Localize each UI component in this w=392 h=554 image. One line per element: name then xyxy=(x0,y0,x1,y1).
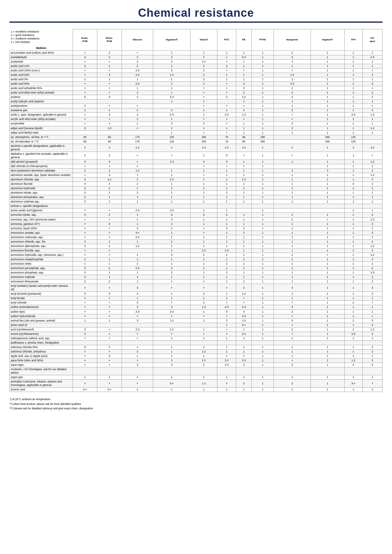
value-cell: × xyxy=(73,349,97,354)
value-cell: 3 xyxy=(217,310,236,314)
value-cell: 1 xyxy=(344,305,362,310)
value-cell: 2 xyxy=(190,77,217,82)
value-cell: × xyxy=(97,68,122,73)
value-cell: 1 xyxy=(311,222,344,226)
value-cell: 1 xyxy=(153,51,190,55)
medium-cell: antifreeeze s. precise chem. Designation xyxy=(10,340,73,345)
value-cell: 1 xyxy=(311,327,344,332)
value-cell: 1 xyxy=(251,64,274,68)
value-cell: 1 xyxy=(251,327,274,332)
value-cell: 1 xyxy=(362,195,382,200)
value-cell: 2 xyxy=(122,108,153,113)
value-cell: 3 xyxy=(97,113,122,117)
value-cell: × xyxy=(236,164,251,168)
value-cell xyxy=(97,99,122,104)
value-cell: 1 xyxy=(153,235,190,239)
value-cell: 1 xyxy=(251,117,274,122)
value-cell: 1 xyxy=(344,51,362,55)
value-cell: 1 xyxy=(344,130,362,135)
medium-cell: amyl borate xyxy=(10,296,73,301)
value-cell: 2 xyxy=(97,280,122,284)
value-cell: 1-3 xyxy=(153,160,190,164)
value-cell: 1 xyxy=(153,336,190,340)
value-cell: × xyxy=(274,113,311,117)
value-cell: 200 xyxy=(251,135,274,139)
value-cell: × xyxy=(217,91,236,95)
value-cell: 2 xyxy=(362,280,382,284)
value-cell: 1 xyxy=(236,195,251,200)
table-row: ammonia, gaseous 20°C×31211111112 xyxy=(10,222,383,226)
value-cell: 3 xyxy=(122,226,153,231)
value-cell: 1 xyxy=(274,345,311,349)
value-cell: 1 xyxy=(274,231,311,235)
value-cell: 2 xyxy=(236,280,251,284)
table-row: acids s. spez. designation, aplicable in… xyxy=(10,113,383,117)
value-cell: × xyxy=(190,91,217,95)
value-cell xyxy=(153,104,190,108)
value-cell: 1 xyxy=(236,266,251,271)
value-cell: 1 xyxy=(344,82,362,86)
value-cell: × xyxy=(73,226,97,231)
value-cell: 1 xyxy=(344,257,362,262)
value-cell: 2 xyxy=(217,213,236,217)
medium-cell: ammonium hydroxide, aqu. (ammonia, aqu.) xyxy=(10,253,73,257)
value-cell: 2 xyxy=(362,235,382,239)
medium-cell: anise seed oil xyxy=(10,323,73,327)
value-cell: 1 xyxy=(251,95,274,99)
table-row: aniline hydrochloride××××××2-31×11× xyxy=(10,314,383,318)
value-cell: 2 xyxy=(122,113,153,117)
table-row: acetic acid 25%×32-31-221111-2112 xyxy=(10,73,383,77)
value-cell xyxy=(274,135,311,139)
value-cell: 1 xyxy=(344,169,362,173)
value-cell: 1-3 xyxy=(97,126,122,130)
value-cell: × xyxy=(217,59,236,64)
value-cell: 1 xyxy=(311,99,344,104)
value-cell: × xyxy=(236,296,251,301)
value-cell: 1-2 xyxy=(122,169,153,173)
value-cell: × xyxy=(97,59,122,64)
value-cell: 1 xyxy=(153,169,190,173)
value-cell: 2 xyxy=(362,266,382,271)
value-cell: × xyxy=(153,332,190,336)
value-cell: 2 xyxy=(274,169,311,173)
value-cell: 1 xyxy=(362,191,382,195)
value-cell: 2 xyxy=(122,59,153,64)
value-cell: 1 xyxy=(217,292,236,296)
value-cell: × xyxy=(97,117,122,122)
value-cell: 1-2 xyxy=(362,160,382,164)
value-cell: 2 xyxy=(153,271,190,275)
value-cell: 1 xyxy=(97,262,122,266)
value-cell: 1 xyxy=(311,280,344,284)
value-cell: 1 xyxy=(217,169,236,173)
value-cell: 1 xyxy=(153,77,190,82)
medium-cell: acetic acid 25% xyxy=(10,73,73,77)
value-cell xyxy=(217,204,236,208)
value-cell: 1 xyxy=(236,275,251,280)
value-cell xyxy=(153,340,190,345)
value-cell: 1 xyxy=(311,126,344,130)
value-cell: 1 xyxy=(251,349,274,354)
value-cell xyxy=(190,340,217,345)
value-cell: × xyxy=(190,231,217,235)
value-cell xyxy=(153,164,190,168)
value-cell: 1 xyxy=(217,257,236,262)
value-cell xyxy=(122,248,153,253)
value-cell: 1 xyxy=(190,239,217,244)
value-cell: 1 xyxy=(236,349,251,354)
value-cell: 3 xyxy=(73,186,97,191)
value-cell: 1 xyxy=(236,64,251,68)
value-cell: 2 xyxy=(97,186,122,191)
value-cell: × xyxy=(122,336,153,340)
medium-cell: argon gas xyxy=(10,375,73,380)
value-cell: × xyxy=(217,82,236,86)
value-cell: × xyxy=(73,51,97,55)
value-cell: 1 xyxy=(153,280,190,284)
value-cell xyxy=(97,340,122,345)
value-cell: 1 xyxy=(311,77,344,82)
value-cell: 1 xyxy=(344,77,362,82)
value-cell: 1 xyxy=(311,122,344,126)
value-cell: 1 xyxy=(217,51,236,55)
value-cell: × xyxy=(236,152,251,160)
value-cell: 1 xyxy=(97,195,122,200)
value-cell xyxy=(97,367,122,375)
